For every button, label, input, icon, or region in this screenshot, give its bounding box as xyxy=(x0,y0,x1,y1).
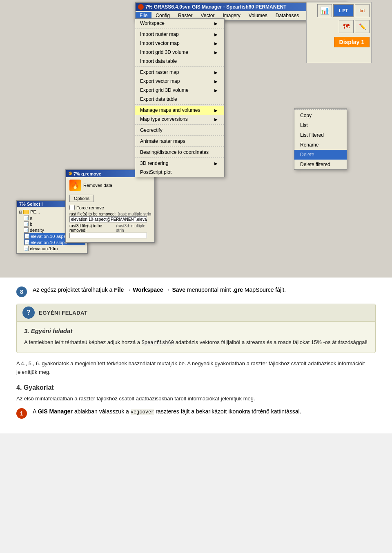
screenshot-area: 7% GRASS6.4.0svn GIS Manager - Spearfish… xyxy=(0,0,392,278)
lipt-button[interactable]: LIPT xyxy=(333,4,354,17)
gremove-options-btn[interactable]: Options xyxy=(69,195,94,202)
file-icon-b: 📄 xyxy=(24,221,29,227)
paragraph-456: A 4., 5., 6. gyakorlatok a megjelenített… xyxy=(16,360,376,377)
gremove-subtitle: Removes data xyxy=(83,183,112,188)
menu-export-grid3d[interactable]: Export grid 3D volume ▶ xyxy=(135,86,224,95)
gremove-force-label: Force remove xyxy=(76,205,104,210)
file-icon-elevation-slope: 📄 xyxy=(24,240,29,245)
menu-export-raster[interactable]: Export raster map ▶ xyxy=(135,68,224,77)
file-icon-elevation-10m: 📄 xyxy=(24,246,29,251)
task-box: ? EGYÉNI FELADAT 3. Egyéni feladat A fen… xyxy=(16,304,376,353)
menu-databases[interactable]: Databases xyxy=(272,12,303,19)
task-box-header: ? EGYÉNI FELADAT xyxy=(17,304,375,322)
step-8-workspace-bold: Workspace xyxy=(133,286,163,293)
task-box-text: A fentiekben leírt térhatású képhez adju… xyxy=(24,338,368,347)
submenu-list-filtered[interactable]: List filtered xyxy=(294,130,347,140)
submenu-arrow-egrid3d: ▶ xyxy=(214,88,218,93)
submenu-arrow-manage: ▶ xyxy=(214,108,218,113)
folder-icon xyxy=(23,210,29,214)
gremove-field2-hint: (rast3d: multiple strin xyxy=(116,224,151,233)
task-header-icon: ? xyxy=(22,306,35,319)
gremove-force-checkbox[interactable] xyxy=(69,205,75,210)
gremove-field1-row: rast file(s) to be removed: (rast: multi… xyxy=(69,212,151,222)
submenu-copy[interactable]: Copy xyxy=(294,111,347,120)
submenu-arrow-maptype: ▶ xyxy=(214,117,218,122)
gremove-field1-value[interactable]: elevation.10-aspect@PERMANENT,elevation.… xyxy=(69,216,147,222)
file-icon-a: 📄 xyxy=(24,215,29,220)
submenu-rename[interactable]: Rename xyxy=(294,140,347,150)
fire-icon: 🔥 xyxy=(69,180,81,191)
gremove-force-row: Force remove xyxy=(69,205,151,210)
submenu-arrow-vector: ▶ xyxy=(214,41,218,46)
txt-button[interactable]: txt xyxy=(355,4,370,17)
content-area: 8 Az egész projektet tárolhatjuk a File … xyxy=(0,278,392,433)
gremove-field2-label: rast3d file(s) to be removed: xyxy=(69,224,116,233)
menu-import-raster[interactable]: Import raster map ▶ xyxy=(135,30,224,39)
removes-data-row: 🔥 Removes data xyxy=(69,180,151,191)
task-mono-spearfish: Spearfish60 xyxy=(142,340,174,346)
submenu-arrow-evector: ▶ xyxy=(214,79,218,84)
file-icon-density: 📄 xyxy=(24,227,29,233)
submenu-arrow-workspace: ▶ xyxy=(214,21,218,26)
task-box-body: 3. Egyéni feladat A fentiekben leírt tér… xyxy=(17,322,375,353)
gremove-field1-label: rast file(s) to be removed: xyxy=(69,212,116,216)
map-icon[interactable]: 🗺 xyxy=(339,20,354,33)
menu-export-vector[interactable]: Export vector map ▶ xyxy=(135,77,224,86)
menu-workspace[interactable]: Workspace ▶ xyxy=(135,19,224,28)
submenu-delete-filtered[interactable]: Delete filtered xyxy=(294,160,347,169)
menu-export-datatable[interactable]: Export data table xyxy=(135,95,224,104)
submenu-arrow-eraster: ▶ xyxy=(214,70,218,75)
section-4-text: Az első mintafeladatban a raszter fájlok… xyxy=(16,395,376,403)
toolbar-panel: 📊 LIPT txt 🗺 ✏️ Display 1 xyxy=(306,2,372,63)
submenu-arrow-raster: ▶ xyxy=(214,32,218,37)
edit-icon[interactable]: ✏️ xyxy=(355,20,370,33)
section-4-header: 4. Gyakorlat xyxy=(16,384,376,391)
gremove-field2-value[interactable] xyxy=(69,233,147,238)
step-8-save-bold: Save xyxy=(172,286,185,293)
step-8-file-bold: File xyxy=(114,286,124,293)
step-8-text: Az egész projektet tárolhatjuk a File → … xyxy=(33,286,376,294)
step-8-badge: 8 xyxy=(16,286,27,297)
submenu-list[interactable]: List xyxy=(294,120,347,130)
step-8-row: 8 Az egész projektet tárolhatjuk a File … xyxy=(16,286,376,297)
task-header-title: EGYÉNI FELADAT xyxy=(39,310,87,316)
menu-volumes[interactable]: Volumes xyxy=(245,12,272,19)
menu-bearing[interactable]: Bearing/distance to coordinates xyxy=(135,148,224,157)
step-8-grc-bold: .grc xyxy=(232,286,243,293)
window-title: 7% GRASS6.4.0svn GIS Manager - Spearfish… xyxy=(145,4,286,10)
submenu-arrow-grid3d: ▶ xyxy=(214,50,218,55)
tree-item-elevation-10m[interactable]: 📄 elevation.10m xyxy=(24,245,85,251)
step-1-gismanager-bold: GIS Manager xyxy=(38,408,73,415)
menu-import-grid3d[interactable]: Import grid 3D volume ▶ xyxy=(135,48,224,57)
menu-manage-maps[interactable]: Manage maps and volumes ▶ xyxy=(135,106,224,115)
display-label: Display 1 xyxy=(334,37,370,47)
file-icon-elevation-aspect: 📄 xyxy=(24,233,29,239)
gremove-dialog: ⚙ 7% g.remove 🔥 Removes data Options For… xyxy=(65,169,155,243)
gremove-field1-hint: (rast: multiple strin xyxy=(118,212,151,216)
step-1-vegcover-mono: vegcover xyxy=(131,409,154,415)
menu-3d-rendering[interactable]: 3D rendering ▶ xyxy=(135,159,224,168)
manage-submenu: Copy List List filtered Rename Delete De… xyxy=(294,108,347,170)
menu-postscript[interactable]: PostScript plot xyxy=(135,168,224,177)
step-1-badge: 1 xyxy=(16,408,27,419)
select-title: 7% Select i xyxy=(19,202,42,207)
gremove-content: 🔥 Removes data Options Force remove rast… xyxy=(66,177,154,242)
menu-import-vector[interactable]: Import vector map ▶ xyxy=(135,39,224,48)
step-1-text: A GIS Manager ablakban válasszuk a vegco… xyxy=(33,407,376,416)
menu-map-type[interactable]: Map type conversions ▶ xyxy=(135,115,224,124)
menu-import-datatable[interactable]: Import data table xyxy=(135,57,224,66)
titlebar-icon xyxy=(138,4,144,10)
task-box-title: 3. Egyéni feladat xyxy=(24,327,368,334)
gremove-field2-row: rast3d file(s) to be removed: (rast3d: m… xyxy=(69,224,151,238)
step-1-row: 1 A GIS Manager ablakban válasszuk a veg… xyxy=(16,407,376,419)
menu-georectify[interactable]: Georectify xyxy=(135,126,224,135)
submenu-delete[interactable]: Delete xyxy=(294,150,347,160)
menu-animate[interactable]: Animate raster maps xyxy=(135,137,224,146)
submenu-arrow-3d: ▶ xyxy=(214,161,218,166)
chart-icon[interactable]: 📊 xyxy=(317,4,332,17)
gremove-title: 7% g.remove xyxy=(74,171,101,176)
file-dropdown: Workspace ▶ Import raster map ▶ Import v… xyxy=(135,18,225,177)
